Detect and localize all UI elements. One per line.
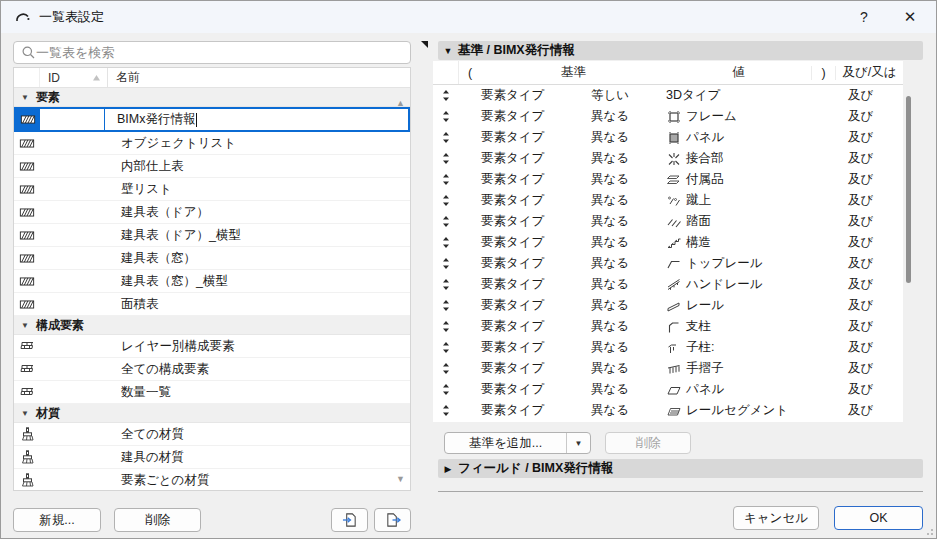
value-cell[interactable]: レール bbox=[666, 297, 836, 314]
operator-cell[interactable]: 異なる bbox=[591, 402, 666, 419]
andor-cell[interactable]: 及び bbox=[836, 339, 903, 356]
schedule-item-0-6[interactable]: 建具表（窓） bbox=[14, 247, 410, 270]
andor-column-header[interactable]: 及び/又は bbox=[836, 64, 903, 81]
operator-cell[interactable]: 異なる bbox=[591, 129, 666, 146]
schedule-item-0-5[interactable]: 建具表（ドア）_横型 bbox=[14, 224, 410, 247]
row-handle[interactable] bbox=[433, 278, 459, 292]
row-handle[interactable] bbox=[433, 173, 459, 187]
criteria-section-header[interactable]: ▼ 基準 / BIMX発行情報 bbox=[438, 41, 923, 60]
schedule-item-2-1[interactable]: 建具の材質 bbox=[14, 446, 410, 469]
criteria-row-14[interactable]: 要素タイプ異なるパネル及び bbox=[433, 379, 903, 400]
panel-splitter-handle[interactable] bbox=[421, 41, 428, 48]
row-handle[interactable] bbox=[433, 320, 459, 334]
andor-cell[interactable]: 及び bbox=[836, 360, 903, 377]
criteria-cell[interactable]: 要素タイプ bbox=[481, 213, 591, 230]
group-row-0[interactable]: ▼要素 bbox=[14, 88, 410, 107]
criteria-row-6[interactable]: 要素タイプ異なる踏面及び bbox=[433, 211, 903, 232]
export-button[interactable] bbox=[374, 508, 411, 532]
schedule-item-0-7[interactable]: 建具表（窓）_横型 bbox=[14, 270, 410, 293]
value-cell[interactable]: 構造 bbox=[666, 234, 836, 251]
schedule-item-0-3[interactable]: 壁リスト bbox=[14, 178, 410, 201]
ok-button[interactable]: OK bbox=[834, 506, 923, 530]
resize-grip[interactable] bbox=[923, 525, 933, 535]
value-column-header[interactable]: 値 bbox=[666, 64, 811, 81]
criteria-cell[interactable]: 要素タイプ bbox=[481, 129, 591, 146]
andor-cell[interactable]: 及び bbox=[836, 255, 903, 272]
operator-cell[interactable]: 異なる bbox=[591, 381, 666, 398]
value-cell[interactable]: 付属品 bbox=[666, 171, 836, 188]
value-cell[interactable]: パネル bbox=[666, 129, 836, 146]
criteria-scrollbar-thumb[interactable] bbox=[906, 96, 911, 283]
schedule-item-1-1[interactable]: 全ての構成要素 bbox=[14, 358, 410, 381]
row-handle[interactable] bbox=[433, 383, 459, 397]
criteria-cell[interactable]: 要素タイプ bbox=[481, 402, 591, 419]
row-handle[interactable] bbox=[433, 404, 459, 418]
row-handle[interactable] bbox=[433, 341, 459, 355]
andor-cell[interactable]: 及び bbox=[836, 150, 903, 167]
operator-cell[interactable]: 異なる bbox=[591, 213, 666, 230]
criteria-cell[interactable]: 要素タイプ bbox=[481, 276, 591, 293]
operator-cell[interactable]: 異なる bbox=[591, 276, 666, 293]
criteria-row-5[interactable]: 要素タイプ異なる蹴上及び bbox=[433, 190, 903, 211]
operator-cell[interactable]: 異なる bbox=[591, 318, 666, 335]
criteria-cell[interactable]: 要素タイプ bbox=[481, 360, 591, 377]
criteria-column-header[interactable]: 基準 bbox=[481, 64, 666, 81]
row-handle[interactable] bbox=[433, 236, 459, 250]
criteria-row-2[interactable]: 要素タイプ異なるパネル及び bbox=[433, 127, 903, 148]
value-cell[interactable]: レールセグメント bbox=[666, 402, 836, 419]
close-button[interactable]: ✕ bbox=[890, 1, 930, 33]
schedule-item-0-1[interactable]: オブジェクトリスト bbox=[14, 132, 410, 155]
operator-cell[interactable]: 異なる bbox=[591, 297, 666, 314]
criteria-row-1[interactable]: 要素タイプ異なるフレーム及び bbox=[433, 106, 903, 127]
value-cell[interactable]: 手摺子 bbox=[666, 360, 836, 377]
operator-cell[interactable]: 異なる bbox=[591, 339, 666, 356]
value-cell[interactable]: 支柱 bbox=[666, 318, 836, 335]
andor-cell[interactable]: 及び bbox=[836, 318, 903, 335]
andor-cell[interactable]: 及び bbox=[836, 213, 903, 230]
criteria-cell[interactable]: 要素タイプ bbox=[481, 192, 591, 209]
item-name-cell[interactable]: BIMx発行情報 bbox=[105, 111, 408, 128]
operator-cell[interactable]: 異なる bbox=[591, 192, 666, 209]
criteria-cell[interactable]: 要素タイプ bbox=[481, 255, 591, 272]
delete-schedule-button[interactable]: 削除 bbox=[114, 508, 201, 532]
criteria-row-11[interactable]: 要素タイプ異なる支柱及び bbox=[433, 316, 903, 337]
andor-cell[interactable]: 及び bbox=[836, 87, 903, 104]
row-handle[interactable] bbox=[433, 89, 459, 103]
import-button[interactable] bbox=[331, 508, 368, 532]
row-handle[interactable] bbox=[433, 194, 459, 208]
criteria-row-10[interactable]: 要素タイプ異なるレール及び bbox=[433, 295, 903, 316]
schedule-item-2-0[interactable]: 全ての材質 bbox=[14, 423, 410, 446]
schedule-item-0-4[interactable]: 建具表（ドア） bbox=[14, 201, 410, 224]
operator-cell[interactable]: 異なる bbox=[591, 255, 666, 272]
schedule-item-1-2[interactable]: 数量一覧 bbox=[14, 381, 410, 404]
group-row-2[interactable]: ▼材質 bbox=[14, 404, 410, 423]
value-cell[interactable]: 踏面 bbox=[666, 213, 836, 230]
operator-cell[interactable]: 異なる bbox=[591, 234, 666, 251]
row-handle[interactable] bbox=[433, 110, 459, 124]
criteria-row-3[interactable]: 要素タイプ異なる接合部及び bbox=[433, 148, 903, 169]
new-button[interactable]: 新規... bbox=[13, 508, 101, 532]
criteria-row-9[interactable]: 要素タイプ異なるハンドレール及び bbox=[433, 274, 903, 295]
criteria-cell[interactable]: 要素タイプ bbox=[481, 381, 591, 398]
name-column-header[interactable]: 名前 bbox=[108, 69, 410, 86]
criteria-row-8[interactable]: 要素タイプ異なるトップレール及び bbox=[433, 253, 903, 274]
row-handle[interactable] bbox=[433, 215, 459, 229]
criteria-cell[interactable]: 要素タイプ bbox=[481, 297, 591, 314]
value-cell[interactable]: 3Dタイプ bbox=[666, 87, 836, 104]
row-handle[interactable] bbox=[433, 362, 459, 376]
id-column-header[interactable]: ID bbox=[40, 68, 107, 87]
andor-cell[interactable]: 及び bbox=[836, 234, 903, 251]
help-button[interactable]: ? bbox=[844, 1, 884, 33]
cancel-button[interactable]: キャンセル bbox=[733, 506, 819, 530]
operator-cell[interactable]: 異なる bbox=[591, 171, 666, 188]
scroll-up-icon[interactable]: ▲ bbox=[396, 98, 405, 108]
schedule-item-0-0[interactable]: BIMx発行情報 bbox=[14, 107, 410, 132]
criteria-row-7[interactable]: 要素タイプ異なる構造及び bbox=[433, 232, 903, 253]
andor-cell[interactable]: 及び bbox=[836, 276, 903, 293]
search-input[interactable] bbox=[36, 45, 404, 60]
andor-cell[interactable]: 及び bbox=[836, 171, 903, 188]
value-cell[interactable]: フレーム bbox=[666, 108, 836, 125]
andor-cell[interactable]: 及び bbox=[836, 381, 903, 398]
criteria-row-0[interactable]: 要素タイプ等しい3Dタイプ及び bbox=[433, 85, 903, 106]
row-handle[interactable] bbox=[433, 131, 459, 145]
